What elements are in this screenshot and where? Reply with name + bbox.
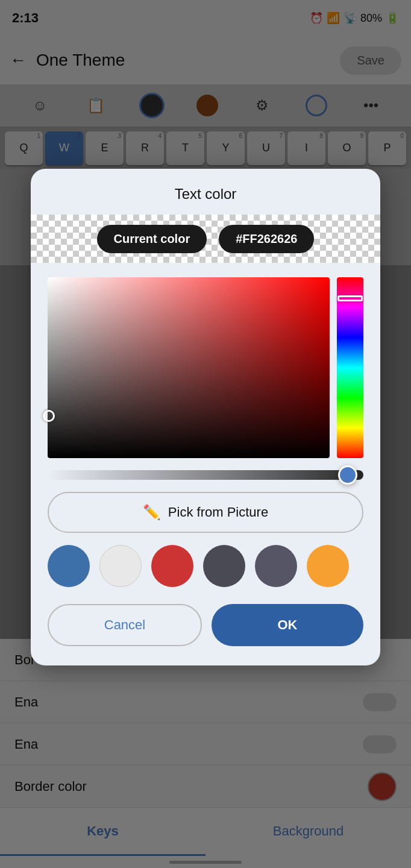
current-color-button[interactable]: Current color xyxy=(97,225,207,253)
alpha-slider-track[interactable] xyxy=(48,470,363,480)
eyedropper-icon: ✏️ xyxy=(143,504,161,521)
dialog-title: Text color xyxy=(31,169,380,215)
swatch-orange[interactable] xyxy=(307,545,349,587)
hue-thumb xyxy=(337,295,363,301)
pick-picture-label: Pick from Picture xyxy=(168,505,268,520)
hex-value-button[interactable]: #FF262626 xyxy=(219,225,314,253)
swatch-gray[interactable] xyxy=(255,545,297,587)
color-gradient-picker[interactable] xyxy=(48,277,330,458)
ok-button[interactable]: OK xyxy=(212,604,363,646)
swatch-dark-gray[interactable] xyxy=(203,545,245,587)
hue-slider[interactable] xyxy=(337,277,363,458)
pick-picture-section: ✏️ Pick from Picture xyxy=(31,480,380,533)
action-buttons: Cancel OK xyxy=(31,587,380,646)
cancel-button[interactable]: Cancel xyxy=(48,604,202,646)
alpha-thumb xyxy=(338,465,357,485)
swatch-red[interactable] xyxy=(151,545,193,587)
alpha-section[interactable] xyxy=(31,458,380,480)
swatch-white[interactable] xyxy=(99,545,142,587)
color-swatches xyxy=(31,533,380,587)
pick-from-picture-button[interactable]: ✏️ Pick from Picture xyxy=(48,492,363,533)
color-preview-area: Current color #FF262626 xyxy=(31,215,380,263)
swatch-blue[interactable] xyxy=(48,545,90,587)
text-color-dialog: Text color Current color #FF262626 ✏️ Pi… xyxy=(31,169,380,665)
gradient-thumb xyxy=(43,410,55,422)
color-picker-section[interactable] xyxy=(31,263,380,458)
